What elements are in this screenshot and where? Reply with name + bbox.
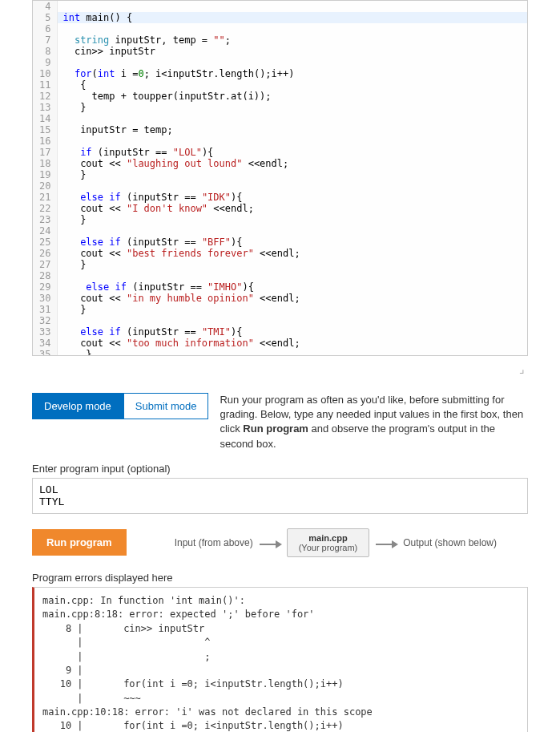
output-flow-label: Output (shown below) <box>403 537 497 548</box>
resize-handle[interactable]: ⌟ <box>32 361 528 377</box>
mode-tabs: Develop mode Submit mode <box>32 393 208 419</box>
arrow-icon <box>260 540 280 545</box>
input-flow-label: Input (from above) <box>175 537 253 548</box>
program-box: main.cpp (Your program) <box>287 528 370 557</box>
develop-mode-tab[interactable]: Develop mode <box>32 393 123 419</box>
arrow-icon <box>376 540 397 545</box>
run-program-button[interactable]: Run program <box>32 529 127 556</box>
errors-output: main.cpp: In function 'int main()': main… <box>32 587 528 732</box>
instructions-text: Run your program as often as you'd like,… <box>220 393 528 451</box>
program-input[interactable]: LOL TTYL <box>32 478 528 514</box>
code-editor[interactable]: 4567891011121314151617181920212223242526… <box>32 0 528 356</box>
input-label: Enter program input (optional) <box>32 463 528 475</box>
code-area[interactable]: int main() { string inputStr, temp = "";… <box>58 1 527 355</box>
errors-label: Program errors displayed here <box>32 572 528 584</box>
line-gutter: 4567891011121314151617181920212223242526… <box>33 1 58 355</box>
submit-mode-tab[interactable]: Submit mode <box>123 393 209 419</box>
